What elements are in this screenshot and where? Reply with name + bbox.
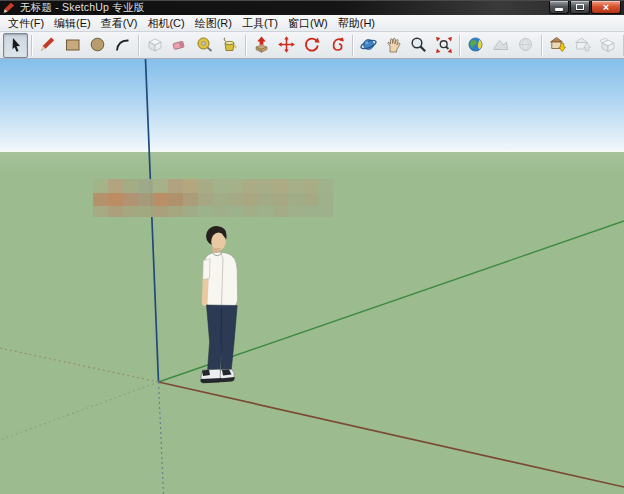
paint-bucket-icon[interactable] xyxy=(217,33,242,58)
orbit-icon[interactable] xyxy=(356,33,381,58)
mosaic-block xyxy=(168,179,183,193)
mosaic-block xyxy=(138,193,153,206)
mosaic-block xyxy=(318,179,333,193)
make-component-icon[interactable] xyxy=(142,33,167,58)
eraser-icon[interactable] xyxy=(167,33,192,58)
add-location-icon[interactable] xyxy=(463,33,488,58)
mosaic-block xyxy=(183,206,198,217)
toolbar-separator xyxy=(541,35,542,56)
mosaic-block xyxy=(273,193,288,206)
mosaic-block xyxy=(318,193,333,206)
share-model-icon[interactable] xyxy=(570,33,595,58)
mosaic-block xyxy=(243,206,258,217)
follow-me-icon[interactable] xyxy=(324,33,349,58)
sketchup-window: 无标题 - SketchUp 专业版 × 文件(F) 编辑(E) 查看(V) 相… xyxy=(0,0,624,494)
rotate-icon[interactable] xyxy=(299,33,324,58)
person-pants xyxy=(207,305,238,370)
tape-measure-icon[interactable] xyxy=(192,33,217,58)
get-models-icon[interactable] xyxy=(545,33,570,58)
mosaic-block xyxy=(123,206,138,217)
maximize-button[interactable] xyxy=(570,1,590,14)
mosaic-block xyxy=(168,193,183,206)
menu-bar: 文件(F) 编辑(E) 查看(V) 相机(C) 绘图(R) 工具(T) 窗口(W… xyxy=(0,15,624,32)
mosaic-block xyxy=(228,193,243,206)
title-bar: 无标题 - SketchUp 专业版 × xyxy=(0,0,624,15)
model-scene xyxy=(0,59,624,494)
close-icon: × xyxy=(603,2,609,13)
share-component-icon[interactable] xyxy=(595,33,620,58)
minimize-button[interactable] xyxy=(549,1,569,14)
menu-file[interactable]: 文件(F) xyxy=(3,15,49,31)
mosaic-block xyxy=(123,179,138,193)
menu-tools[interactable]: 工具(T) xyxy=(237,15,283,31)
mosaic-block xyxy=(153,179,168,193)
minimize-icon xyxy=(555,8,563,11)
mosaic-block xyxy=(93,206,108,217)
toolbar-separator xyxy=(138,35,139,56)
mosaic-block xyxy=(243,179,258,193)
app-pencil-icon xyxy=(3,2,15,14)
window-controls: × xyxy=(549,1,621,15)
mosaic-block xyxy=(288,206,303,217)
mosaic-block xyxy=(228,179,243,193)
mosaic-block xyxy=(243,193,258,206)
mosaic-block xyxy=(108,206,123,217)
rectangle-icon[interactable] xyxy=(60,33,85,58)
menu-help[interactable]: 帮助(H) xyxy=(333,15,380,31)
mosaic-block xyxy=(123,193,138,206)
mosaic-block xyxy=(108,193,123,206)
mosaic-block xyxy=(153,206,168,217)
toggle-terrain-icon[interactable] xyxy=(488,33,513,58)
mosaic-block xyxy=(168,206,183,217)
menu-view[interactable]: 查看(V) xyxy=(96,15,143,31)
pan-icon[interactable] xyxy=(381,33,406,58)
red-axis xyxy=(159,382,624,487)
menu-window[interactable]: 窗口(W) xyxy=(283,15,333,31)
mosaic-block xyxy=(213,206,228,217)
circle-icon[interactable] xyxy=(85,33,110,58)
line-pencil-icon[interactable] xyxy=(35,33,60,58)
close-button[interactable]: × xyxy=(591,1,621,14)
mosaic-block xyxy=(93,193,108,206)
mosaic-block xyxy=(228,206,243,217)
move-icon[interactable] xyxy=(274,33,299,58)
mosaic-block xyxy=(108,179,123,193)
person-figure[interactable] xyxy=(200,226,238,383)
arc-icon[interactable] xyxy=(110,33,135,58)
mosaic-block xyxy=(153,193,168,206)
menu-camera[interactable]: 相机(C) xyxy=(142,15,189,31)
mosaic-block xyxy=(183,179,198,193)
drawing-viewport[interactable] xyxy=(0,59,624,494)
mosaic-block xyxy=(213,193,228,206)
toolbar-separator xyxy=(245,35,246,56)
toolbar-separator xyxy=(459,35,460,56)
window-title: 无标题 - SketchUp 专业版 xyxy=(20,1,144,15)
mosaic-block xyxy=(288,193,303,206)
mosaic-block xyxy=(183,193,198,206)
blue-axis xyxy=(146,59,159,382)
toolbar xyxy=(0,32,624,59)
push-pull-icon[interactable] xyxy=(249,33,274,58)
mosaic-block xyxy=(273,179,288,193)
mosaic-block xyxy=(288,179,303,193)
mosaic-block xyxy=(93,179,108,193)
blue-axis-negative xyxy=(159,382,164,494)
red-axis-negative xyxy=(0,348,159,382)
mosaic-block xyxy=(303,206,318,217)
toolbar-separator xyxy=(352,35,353,56)
mosaic-block xyxy=(213,179,228,193)
mosaic-block xyxy=(258,179,273,193)
menu-draw[interactable]: 绘图(R) xyxy=(190,15,237,31)
photo-textures-icon[interactable] xyxy=(513,33,538,58)
menu-edit[interactable]: 编辑(E) xyxy=(49,15,96,31)
zoom-icon[interactable] xyxy=(406,33,431,58)
mosaic-block xyxy=(318,206,333,217)
green-axis-negative xyxy=(0,382,159,440)
mosaic-block xyxy=(258,193,273,206)
mosaic-block xyxy=(273,206,288,217)
mosaic-block xyxy=(303,193,318,206)
mosaic-block xyxy=(138,179,153,193)
zoom-extents-icon[interactable] xyxy=(431,33,456,58)
select-icon[interactable] xyxy=(3,33,28,58)
censored-watermark xyxy=(93,179,333,217)
